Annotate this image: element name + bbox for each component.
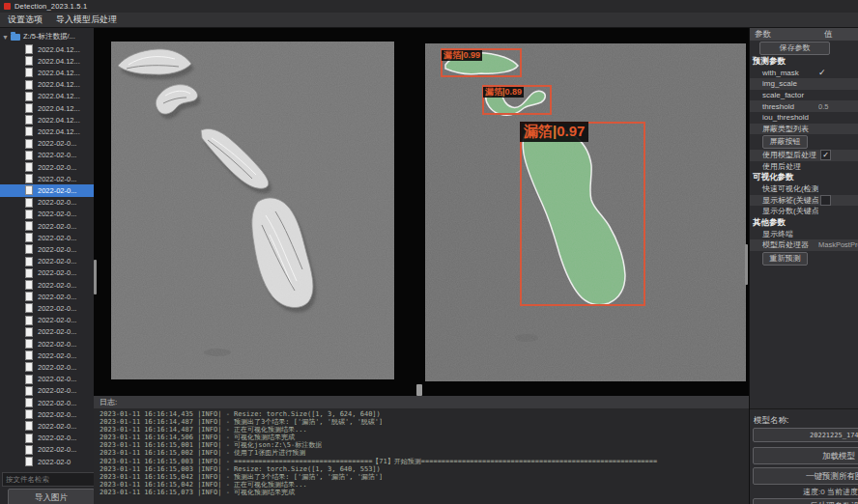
- tree-item[interactable]: 2022.04.12...: [0, 114, 94, 126]
- param-value: 0.5: [818, 102, 858, 111]
- check-icon[interactable]: ✓: [818, 68, 858, 77]
- param-row[interactable]: 显示标签(关键点): [750, 195, 858, 207]
- param-label: 显示分数(关键点): [750, 206, 818, 216]
- tree-item[interactable]: 2022-02-0...: [0, 338, 94, 350]
- expander-icon[interactable]: ▼: [2, 34, 8, 41]
- image-canvas-area: 漏箔|0.99漏箔|0.89漏箔|0.97: [94, 28, 749, 396]
- file-icon: [25, 56, 33, 66]
- tree-item[interactable]: 2022-02-0...: [0, 420, 94, 432]
- tree-root-folder[interactable]: ▼ Z:/5-标注数据/...: [2, 31, 75, 42]
- param-label: 显示终端: [750, 229, 818, 239]
- file-icon: [25, 221, 33, 231]
- tree-item[interactable]: 2022.04.12...: [0, 67, 94, 78]
- file-icon: [25, 445, 33, 455]
- param-row[interactable]: 显示分数(关键点): [750, 206, 858, 217]
- right-scroll-grip[interactable]: [745, 244, 748, 285]
- tree-item[interactable]: 2022-02-0...: [0, 173, 94, 184]
- tree-item[interactable]: 2022-02-0: [0, 456, 94, 467]
- file-icon: [25, 280, 33, 290]
- tree-item[interactable]: 2022-02-0...: [0, 232, 94, 243]
- param-label: 屏蔽类型列表: [750, 124, 818, 134]
- prediction-image-view[interactable]: 漏箔|0.99漏箔|0.89漏箔|0.97: [425, 43, 746, 381]
- raw-image-view[interactable]: [111, 42, 394, 379]
- tree-item[interactable]: 2022-02-0...: [0, 256, 94, 267]
- param-row[interactable]: 屏蔽按钮: [750, 134, 858, 150]
- param-row[interactable]: 屏蔽类型列表: [750, 124, 858, 135]
- param-button[interactable]: 屏蔽按钮: [762, 135, 808, 149]
- left-scroll-grip[interactable]: [94, 260, 97, 294]
- param-label: iou_threshold: [750, 113, 818, 122]
- menu-item-1[interactable]: 导入模型后处理: [56, 14, 117, 26]
- file-icon: [25, 210, 33, 219]
- tree-item[interactable]: 2022-02-0...: [0, 302, 94, 314]
- tree-item[interactable]: 2022-02-0...: [0, 374, 94, 385]
- tree-item-label: 2022-02-0...: [38, 316, 76, 324]
- param-row[interactable]: threshold0.5: [750, 100, 858, 112]
- import-image-button[interactable]: 导入图片: [8, 489, 95, 504]
- tree-item[interactable]: 2022-02-0...: [0, 209, 94, 220]
- tree-item[interactable]: 2022-02-0...: [0, 433, 94, 444]
- param-row[interactable]: 使用后处理: [750, 161, 858, 173]
- file-icon: [25, 185, 33, 195]
- tree-item[interactable]: 2022.04.12...: [0, 126, 94, 137]
- param-row[interactable]: 快速可视化(检测): [750, 183, 858, 195]
- tree-item[interactable]: 2022-02-0...: [0, 150, 94, 161]
- predict-all-button[interactable]: 一键预测所有图片: [753, 467, 858, 485]
- param-row[interactable]: 重新预测: [750, 251, 858, 266]
- class-name: 漏箔: [524, 123, 553, 139]
- tree-item[interactable]: 2022.04.12...: [0, 79, 94, 91]
- hscroll-grip[interactable]: [416, 384, 422, 396]
- tree-item[interactable]: 2022-02-0...: [0, 220, 94, 232]
- file-icon: [25, 162, 33, 172]
- tree-item[interactable]: 2022-02-0...: [0, 397, 94, 408]
- param-row[interactable]: 保存参数: [750, 41, 858, 56]
- confidence-score: 0.89: [505, 87, 523, 97]
- menu-item-0[interactable]: 设置选项: [8, 14, 43, 26]
- tree-item[interactable]: 2022-02-0...: [0, 197, 94, 209]
- model-name-label: 模型名称:: [754, 415, 788, 427]
- tree-item-label: 2022.04.12...: [38, 45, 80, 54]
- detection-label: 漏箔|0.99: [442, 50, 482, 61]
- tree-item[interactable]: 2022.04.12...: [0, 102, 94, 114]
- param-button[interactable]: 重新预测: [762, 252, 808, 266]
- load-model-button[interactable]: 加载模型: [753, 447, 858, 464]
- param-row[interactable]: 使用模型后处理✓: [750, 150, 858, 161]
- tree-item[interactable]: 2022-02-0...: [0, 243, 94, 255]
- tree-item[interactable]: 2022-02-0...: [0, 291, 94, 302]
- tree-item[interactable]: 2022-02-0...: [0, 279, 94, 291]
- tree-item[interactable]: 2022-02-0...: [0, 184, 94, 196]
- param-row[interactable]: img_scale: [750, 78, 858, 90]
- param-row[interactable]: iou_threshold: [750, 112, 858, 124]
- param-label: 使用模型后处理: [750, 150, 818, 160]
- tree-item[interactable]: 2022-02-0...: [0, 444, 94, 456]
- tree-item[interactable]: 2022-02-0...: [0, 315, 94, 326]
- tree-item[interactable]: 2022.04.12...: [0, 91, 94, 102]
- checkbox[interactable]: ✓: [820, 150, 831, 160]
- class-name: 漏箔: [485, 87, 502, 97]
- param-row[interactable]: scale_factor: [750, 90, 858, 101]
- search-input[interactable]: [2, 472, 95, 487]
- param-row[interactable]: 模型后处理器MaskPostPro: [750, 239, 858, 251]
- checkbox[interactable]: [820, 195, 831, 206]
- tree-item[interactable]: 2022-02-0...: [0, 138, 94, 150]
- param-row[interactable]: 显示终端: [750, 228, 858, 239]
- tree-item[interactable]: 2022-02-0...: [0, 350, 94, 361]
- tree-item[interactable]: 2022-02-0...: [0, 361, 94, 373]
- file-icon: [25, 198, 33, 208]
- tree-item-label: 2022-02-0...: [38, 399, 76, 407]
- param-button[interactable]: 保存参数: [759, 42, 830, 55]
- param-row[interactable]: with_mask✓: [750, 68, 858, 79]
- tree-item[interactable]: 2022-02-0...: [0, 161, 94, 173]
- tree-item[interactable]: 2022-02-0...: [0, 326, 94, 338]
- tree-item-label: 2022-02-0...: [38, 186, 76, 195]
- tree-item[interactable]: 2022-02-0...: [0, 385, 94, 397]
- tree-item-label: 2022-02-0...: [38, 198, 76, 207]
- model-name-field[interactable]: 20221225_174813...: [753, 428, 858, 442]
- log-area: 日志: 2023-01-11 16:16:14,435 |INFO| - Res…: [94, 396, 749, 504]
- tree-item-label: 2022.04.12...: [38, 104, 80, 113]
- tree-item[interactable]: 2022-02-0...: [0, 267, 94, 279]
- tree-item[interactable]: 2022-02-0...: [0, 408, 94, 420]
- postprocess-settings-button[interactable]: 后处理参数设置: [753, 498, 858, 504]
- tree-item[interactable]: 2022.04.12...: [0, 43, 94, 55]
- tree-item[interactable]: 2022.04.12...: [0, 55, 94, 67]
